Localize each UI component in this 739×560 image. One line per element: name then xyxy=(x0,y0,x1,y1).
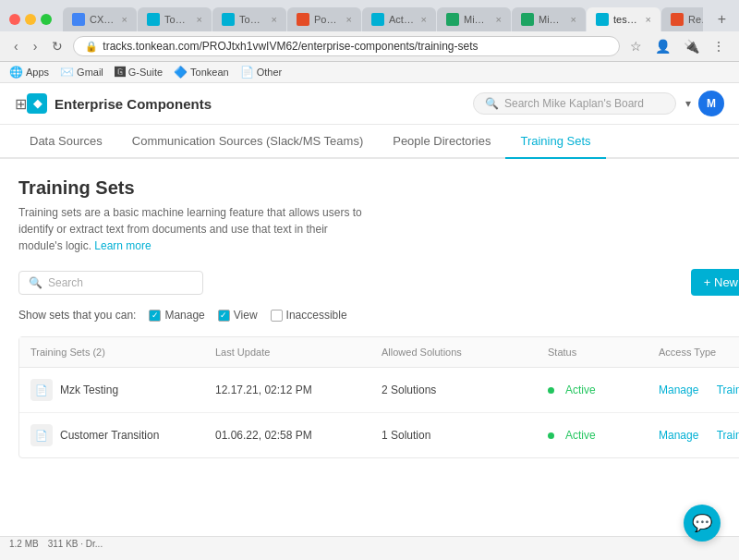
status-dot xyxy=(548,387,554,394)
learn-more-link[interactable]: Learn more xyxy=(94,239,151,252)
forward-button[interactable]: › xyxy=(29,37,42,55)
reload-button[interactable]: ↻ xyxy=(47,37,67,55)
table-header-access_type: Access Type xyxy=(659,347,739,358)
nav-tab-people-directories[interactable]: People Directories xyxy=(378,125,505,159)
browser-tab-tonkean2[interactable]: Tonkean × xyxy=(212,7,286,31)
bookmark-icon: ✉️ xyxy=(60,66,74,79)
filter-inaccessible[interactable]: Inaccessible xyxy=(271,309,347,322)
action-manage-link[interactable]: Manage xyxy=(659,429,698,442)
row-status: Active xyxy=(565,429,596,442)
table-row: 📄 Customer Transition 01.06.22, 02:58 PM… xyxy=(19,413,739,457)
browser-tab-mike1[interactable]: Mike Kap... × xyxy=(437,7,511,31)
bookmark-label: Apps xyxy=(26,67,49,78)
grid-icon[interactable]: ⊞ xyxy=(15,95,27,113)
action-train-link[interactable]: Train xyxy=(717,383,739,396)
tab-favicon xyxy=(147,13,160,26)
filter-manage[interactable]: ✓ Manage xyxy=(149,309,204,322)
new-tab-button[interactable]: + xyxy=(714,11,730,28)
bookmark-gmail[interactable]: ✉️Gmail xyxy=(60,66,103,79)
bookmark-apps[interactable]: 🌐Apps xyxy=(9,66,49,79)
tab-favicon xyxy=(446,13,459,26)
bookmark-other[interactable]: 📄Other xyxy=(240,66,283,79)
row-allowed-solutions: 1 Solution xyxy=(382,429,430,442)
tab-close-icon[interactable]: × xyxy=(346,14,352,25)
close-window-button[interactable] xyxy=(9,14,20,25)
new-training-set-button[interactable]: + New Training Set xyxy=(691,269,739,296)
table-header: Training Sets (2)Last UpdateAllowed Solu… xyxy=(19,337,739,368)
tab-label: Post Atte... xyxy=(314,14,340,25)
filter-inaccessible-label: Inaccessible xyxy=(286,309,347,322)
bookmark-button[interactable]: ☆ xyxy=(625,36,647,56)
browser-toolbar: ‹ › ↻ 🔒 tracks.tonkean.com/PROJtxh1vwIVM… xyxy=(0,31,739,62)
manage-checkbox[interactable]: ✓ xyxy=(149,310,161,322)
cell-last-update: 01.06.22, 02:58 PM xyxy=(215,429,382,442)
tab-favicon xyxy=(297,13,309,26)
table-header-allowed_solutions: Allowed Solutions xyxy=(382,347,548,358)
search-icon: 🔍 xyxy=(29,276,42,289)
avatar[interactable]: M xyxy=(698,91,724,116)
tab-close-icon[interactable]: × xyxy=(272,14,277,25)
minimize-window-button[interactable] xyxy=(25,14,36,25)
cell-name: 📄 Mzk Testing xyxy=(30,379,215,401)
tab-favicon xyxy=(222,13,235,26)
cell-access-type: Manage Train xyxy=(659,429,739,442)
row-name: Customer Transition xyxy=(60,429,159,442)
cell-status: Active xyxy=(548,383,659,396)
filter-view[interactable]: ✓ View xyxy=(218,309,258,322)
bookmark-icon: 📄 xyxy=(240,66,254,79)
tab-close-icon[interactable]: × xyxy=(197,14,202,25)
browser-tab-actions[interactable]: Actions -... × xyxy=(362,7,436,31)
tab-label: testing -... xyxy=(613,14,639,25)
tab-close-icon[interactable]: × xyxy=(571,14,576,25)
nav-tabs: Data SourcesCommunication Sources (Slack… xyxy=(0,125,739,159)
nav-tab-data-sources[interactable]: Data Sources xyxy=(15,125,117,159)
header-right: ▾ M xyxy=(685,91,724,116)
bookmark-g-suite[interactable]: 🅶G-Suite xyxy=(115,66,163,79)
tab-favicon xyxy=(521,13,534,26)
nav-tab-training-sets[interactable]: Training Sets xyxy=(505,125,605,159)
tab-close-icon[interactable]: × xyxy=(421,14,427,25)
bookmark-tonkean[interactable]: 🔷Tonkean xyxy=(174,66,229,79)
address-bar[interactable]: 🔒 tracks.tonkean.com/PROJtxh1vwIVM62/ent… xyxy=(73,36,620,56)
tab-close-icon[interactable]: × xyxy=(122,14,127,25)
search-placeholder: Search Mike Kaplan's Board xyxy=(504,97,644,110)
nav-tab-communication-sources[interactable]: Communication Sources (Slack/MS Teams) xyxy=(117,125,378,159)
action-manage-link[interactable]: Manage xyxy=(659,383,698,396)
tab-favicon xyxy=(72,13,85,26)
action-train-link[interactable]: Train xyxy=(717,429,739,442)
extensions-button[interactable]: 🔌 xyxy=(679,36,704,56)
app-header: ⊞ ◆ Enterprise Components 🔍 Search Mike … xyxy=(0,83,739,125)
tab-label: Actions -... xyxy=(389,14,415,25)
row-allowed-solutions: 2 Solutions xyxy=(382,383,436,396)
training-sets-search[interactable]: 🔍 Search xyxy=(18,271,203,295)
browser-tab-cx[interactable]: CX boar... × xyxy=(63,7,137,31)
browser-tab-mike2[interactable]: Mike Ka... × xyxy=(512,7,586,31)
browser-tab-tonkean1[interactable]: Tonkean × xyxy=(138,7,212,31)
profile-button[interactable]: 👤 xyxy=(650,36,675,56)
chat-icon: 💬 xyxy=(692,513,712,533)
bookmark-label: Tonkean xyxy=(190,67,229,78)
main-area: Training Sets Training sets are a basic … xyxy=(0,159,739,536)
row-name: Mzk Testing xyxy=(60,383,118,396)
view-checkbox[interactable]: ✓ xyxy=(218,310,230,322)
tab-label: Recordin... xyxy=(688,14,703,25)
inaccessible-checkbox[interactable] xyxy=(271,310,283,322)
filter-row: Show sets that you can: ✓ Manage ✓ View … xyxy=(18,309,739,322)
header-search[interactable]: 🔍 Search Mike Kaplan's Board xyxy=(473,92,676,115)
browser-tab-testing[interactable]: testing -... × xyxy=(587,7,660,31)
chat-fab-button[interactable]: 💬 xyxy=(684,505,721,542)
status-left: 1.2 MB xyxy=(9,539,39,549)
search-input-placeholder: Search xyxy=(48,276,83,289)
bookmark-label: G-Suite xyxy=(128,67,163,78)
maximize-window-button[interactable] xyxy=(41,14,52,25)
chevron-down-icon[interactable]: ▾ xyxy=(685,97,691,110)
browser-tab-post[interactable]: Post Atte... × xyxy=(287,7,361,31)
tab-close-icon[interactable]: × xyxy=(646,14,651,25)
back-button[interactable]: ‹ xyxy=(9,37,23,55)
browser-tab-recording[interactable]: Recordin... × xyxy=(661,7,703,31)
browser-window: CX boar... × Tonkean × Tonkean × Post At… xyxy=(0,0,739,551)
menu-button[interactable]: ⋮ xyxy=(708,36,730,56)
tab-label: CX boar... xyxy=(90,14,115,25)
filter-view-label: View xyxy=(234,309,258,322)
tab-close-icon[interactable]: × xyxy=(496,14,502,25)
